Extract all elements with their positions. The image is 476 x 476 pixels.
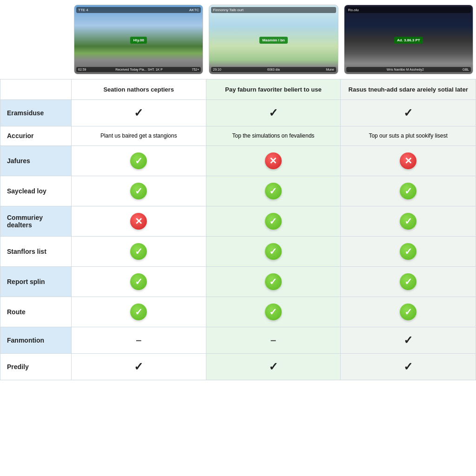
table-row: Route✓✓✓ (0, 297, 476, 327)
feature-icon-cell: ✓ (206, 266, 341, 297)
feature-icon-cell: ✓ (71, 176, 206, 206)
label-spacer (0, 0, 71, 79)
img1-top-left: TTE 4 (78, 8, 88, 12)
feature-icon-cell: ✓ (341, 353, 476, 380)
green-check-icon: ✓ (206, 267, 341, 297)
feature-icon-cell: ✓ (206, 236, 341, 266)
feature-icon-cell: ✓ (206, 297, 341, 327)
green-check-icon: ✓ (206, 237, 341, 266)
column-2-header: Pay faburn favoriter beliert to use (206, 79, 341, 100)
feature-icon-cell: ✓ (206, 353, 341, 380)
feature-icon-cell: ✓ (206, 206, 341, 236)
feature-icon-cell: ✓ (71, 236, 206, 266)
img2-top-left: Finnonny Talb ourt (213, 8, 244, 12)
feature-label: Predily (0, 353, 72, 380)
green-check-icon: ✓ (206, 297, 341, 327)
green-check-icon: ✓ (72, 237, 206, 266)
table-row: Predily✓✓✓ (0, 353, 476, 380)
feature-icon-cell: ✓ (71, 266, 206, 297)
feature-label: Sayclead loy (0, 176, 72, 206)
feature-text-cell: Top our suts a plut sookify lisest (341, 126, 476, 146)
feature-icon-cell: ✓ (71, 100, 206, 126)
feature-icon-cell: ✓ (71, 353, 206, 380)
img1-top-right: AKTC (189, 8, 199, 12)
feature-icon-cell: ✕ (206, 145, 341, 176)
green-check-icon: ✓ (341, 206, 476, 236)
feature-label: Eramsiduse (0, 100, 72, 126)
feature-icon-cell: ✓ (71, 297, 206, 327)
simple-check-icon: ✓ (341, 327, 476, 353)
feature-text-cell: Plant us baired get a stangions (71, 126, 206, 146)
img3-nav: Ad. 3.86.3 PT (394, 37, 423, 44)
img3-top-left: Ro.olu (348, 8, 359, 12)
dash-icon: – (72, 328, 206, 353)
green-check-icon: ✓ (341, 237, 476, 266)
simple-check-icon: ✓ (206, 354, 341, 380)
table-row: Fanmontion––✓ (0, 327, 476, 353)
red-cross-icon: ✕ (341, 146, 476, 176)
green-check-icon: ✓ (72, 297, 206, 327)
simple-check-icon: ✓ (206, 100, 341, 126)
green-check-icon: ✓ (72, 146, 206, 176)
img2-bottom-left: 29.10 (213, 68, 221, 71)
green-check-icon: ✓ (206, 176, 341, 206)
green-check-icon: ✓ (72, 267, 206, 297)
column-1-header: Seation nathors ceptiers (71, 79, 206, 100)
image-cell-1: TTE 4 AKTC Hty.00 62.59 Received Today P… (71, 0, 206, 79)
feature-icon-cell: ✓ (341, 327, 476, 353)
img1-nav: Hty.00 (130, 37, 146, 44)
img3-bottom-mid: Wris Nantibo M Asshedy2 (387, 68, 424, 71)
feature-icon-cell: ✓ (341, 176, 476, 206)
dash-icon: – (206, 328, 341, 353)
green-check-icon: ✓ (206, 206, 341, 236)
feature-text-cell: Top the simulations on fevaliends (206, 126, 341, 146)
table-row: Report splin✓✓✓ (0, 266, 476, 297)
img2-nav: Masmim I bn (259, 37, 287, 44)
header-row: Seation nathors ceptiers Pay faburn favo… (0, 79, 476, 100)
table-row: Sayclead loy✓✓✓ (0, 176, 476, 206)
feature-icon-cell: ✓ (206, 100, 341, 126)
feature-icon-cell: – (71, 327, 206, 353)
feature-icon-cell: ✓ (341, 206, 476, 236)
table-row: AccuriorPlant us baired get a stangionsT… (0, 126, 476, 146)
table-row: Commuriey dealters✕✓✓ (0, 206, 476, 236)
feature-icon-cell: ✓ (341, 297, 476, 327)
feature-label: Jafures (0, 145, 72, 176)
simple-check-icon: ✓ (72, 354, 206, 380)
feature-label: Fanmontion (0, 327, 72, 353)
app-screenshot-2: Finnonny Talb ourt Masmim I bn 29.10 608… (209, 5, 338, 74)
app-screenshot-3: Ro.olu Ad. 3.86.3 PT Wris Nantibo M Assh… (344, 5, 473, 74)
feature-icon-cell: ✓ (341, 100, 476, 126)
feature-icon-cell: ✓ (206, 176, 341, 206)
image-cell-3: Ro.olu Ad. 3.86.3 PT Wris Nantibo M Assh… (341, 0, 476, 79)
feature-label: Commuriey dealters (0, 206, 72, 236)
green-check-icon: ✓ (341, 267, 476, 297)
img1-bottom-left: 62.59 (78, 68, 86, 71)
simple-check-icon: ✓ (341, 100, 476, 126)
img2-bottom-mid: 6083 dia (267, 68, 280, 71)
feature-icon-cell: ✓ (341, 266, 476, 297)
img2-bottom-right: Mune (326, 68, 334, 71)
feature-label: Route (0, 297, 72, 327)
red-cross-icon: ✕ (72, 206, 206, 236)
green-check-icon: ✓ (341, 176, 476, 206)
table-row: Jafures✓✕✕ (0, 145, 476, 176)
red-cross-icon: ✕ (206, 146, 341, 176)
green-check-icon: ✓ (72, 176, 206, 206)
feature-icon-cell: ✓ (341, 236, 476, 266)
image-cell-2: Finnonny Talb ourt Masmim I bn 29.10 608… (206, 0, 341, 79)
feature-icon-cell: ✓ (71, 145, 206, 176)
simple-check-icon: ✓ (72, 100, 206, 126)
img1-bottom-mid: Received Today Pla... SHT. 1K P (115, 68, 163, 71)
feature-icon-cell: ✕ (71, 206, 206, 236)
comparison-table: Seation nathors ceptiers Pay faburn favo… (0, 79, 476, 380)
images-row: TTE 4 AKTC Hty.00 62.59 Received Today P… (0, 0, 476, 79)
page-container: TTE 4 AKTC Hty.00 62.59 Received Today P… (0, 0, 476, 380)
table-row: Stanflors list✓✓✓ (0, 236, 476, 266)
feature-label: Stanflors list (0, 236, 72, 266)
feature-label: Accurior (0, 126, 72, 146)
simple-check-icon: ✓ (341, 354, 476, 380)
feature-label: Report splin (0, 266, 72, 297)
img1-bottom-right: 752+ (192, 68, 199, 71)
green-check-icon: ✓ (341, 297, 476, 327)
